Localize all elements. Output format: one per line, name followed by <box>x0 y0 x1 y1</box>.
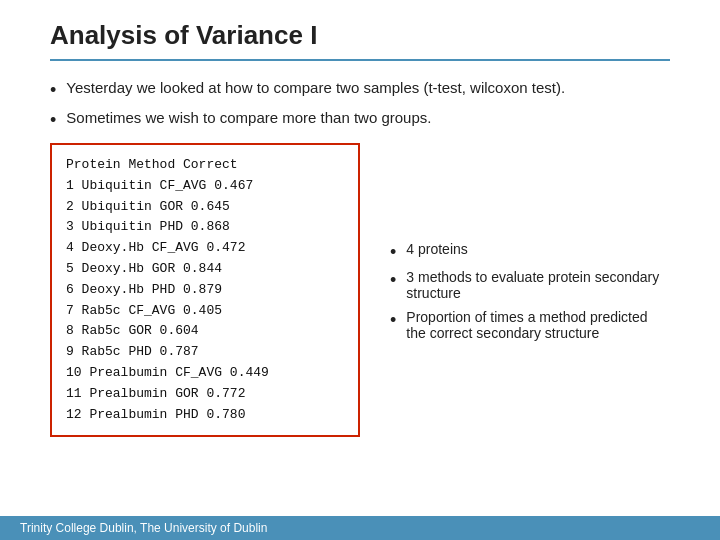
bullet-text-2: Sometimes we wish to compare more than t… <box>66 109 431 126</box>
page-title: Analysis of Variance I <box>50 20 670 51</box>
code-row-6: 7 Rab5c CF_AVG 0.405 <box>66 301 344 322</box>
code-row-0: 1 Ubiquitin CF_AVG 0.467 <box>66 176 344 197</box>
right-bullet-text-1: 4 proteins <box>406 241 467 257</box>
right-bullet-3: • Proportion of times a method predicted… <box>390 309 670 341</box>
page-content: Analysis of Variance I • Yesterday we lo… <box>0 0 720 457</box>
code-row-9: 10 Prealbumin CF_AVG 0.449 <box>66 363 344 384</box>
code-header: Protein Method Correct <box>66 155 344 176</box>
code-box: Protein Method Correct 1 Ubiquitin CF_AV… <box>50 143 360 437</box>
right-bullet-text-3: Proportion of times a method predicted t… <box>406 309 670 341</box>
code-row-5: 6 Deoxy.Hb PHD 0.879 <box>66 280 344 301</box>
code-row-8: 9 Rab5c PHD 0.787 <box>66 342 344 363</box>
right-bullet-1: • 4 proteins <box>390 241 670 261</box>
right-bullets: • 4 proteins • 3 methods to evaluate pro… <box>390 153 670 437</box>
code-row-11: 12 Prealbumin PHD 0.780 <box>66 405 344 426</box>
footer-text: Trinity College Dublin, The University o… <box>20 521 267 535</box>
right-bullet-text-2: 3 methods to evaluate protein secondary … <box>406 269 670 301</box>
footer: Trinity College Dublin, The University o… <box>0 516 720 540</box>
code-row-3: 4 Deoxy.Hb CF_AVG 0.472 <box>66 238 344 259</box>
bullet-text-1: Yesterday we looked at how to compare tw… <box>66 79 565 96</box>
right-bullet-dot-2: • <box>390 271 396 289</box>
right-bullet-dot-3: • <box>390 311 396 329</box>
code-row-10: 11 Prealbumin GOR 0.772 <box>66 384 344 405</box>
main-section: Protein Method Correct 1 Ubiquitin CF_AV… <box>50 143 670 437</box>
code-row-2: 3 Ubiquitin PHD 0.868 <box>66 217 344 238</box>
divider <box>50 59 670 61</box>
right-bullet-2: • 3 methods to evaluate protein secondar… <box>390 269 670 301</box>
bullet-section: • Yesterday we looked at how to compare … <box>50 79 670 129</box>
bullet-item-1: • Yesterday we looked at how to compare … <box>50 79 670 99</box>
bullet-dot-2: • <box>50 111 56 129</box>
code-row-1: 2 Ubiquitin GOR 0.645 <box>66 197 344 218</box>
right-bullet-dot-1: • <box>390 243 396 261</box>
code-row-7: 8 Rab5c GOR 0.604 <box>66 321 344 342</box>
bullet-dot-1: • <box>50 81 56 99</box>
code-row-4: 5 Deoxy.Hb GOR 0.844 <box>66 259 344 280</box>
bullet-item-2: • Sometimes we wish to compare more than… <box>50 109 670 129</box>
